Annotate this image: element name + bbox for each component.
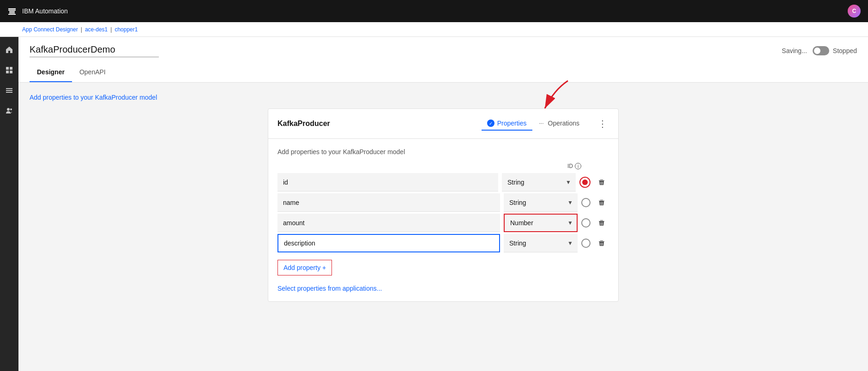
operations-tab-label: Operations bbox=[548, 120, 579, 127]
card-subtitle: Add properties to your KafkaProducer mod… bbox=[277, 148, 609, 156]
radio-description[interactable] bbox=[581, 239, 591, 248]
delete-icon-description[interactable] bbox=[594, 236, 609, 251]
brand-label: IBM Automation bbox=[22, 7, 68, 15]
property-name-input-name[interactable] bbox=[277, 193, 500, 212]
properties-tab-label: Properties bbox=[497, 120, 527, 127]
page-header-top: Saving... Stopped bbox=[30, 44, 857, 57]
breadcrumb-chopper[interactable]: chopper1 bbox=[115, 26, 138, 33]
tab-openapi[interactable]: OpenAPI bbox=[72, 63, 113, 82]
delete-icon-name[interactable] bbox=[594, 195, 609, 210]
sidebar-icon-people[interactable] bbox=[0, 102, 18, 120]
sidebar bbox=[0, 37, 18, 371]
svg-rect-5 bbox=[6, 67, 9, 70]
card-body: Add properties to your KafkaProducer mod… bbox=[268, 139, 618, 301]
properties-header: ID i bbox=[277, 163, 609, 169]
toggle-switch[interactable] bbox=[813, 46, 829, 55]
breadcrumb-sep2: | bbox=[110, 26, 112, 33]
property-row-description: String Number Boolean ▼ bbox=[277, 234, 609, 252]
property-type-select-name[interactable]: String Number Boolean bbox=[504, 193, 578, 212]
delete-icon-amount[interactable] bbox=[594, 215, 609, 230]
add-property-button[interactable]: Add property + bbox=[277, 260, 332, 275]
svg-rect-10 bbox=[6, 90, 12, 91]
card-title: KafkaProducer bbox=[277, 120, 330, 128]
svg-rect-7 bbox=[6, 71, 9, 73]
check-icon: ✓ bbox=[487, 120, 494, 127]
sidebar-icon-home[interactable] bbox=[0, 41, 18, 59]
property-name-input-id[interactable] bbox=[277, 173, 498, 191]
delete-icon-id[interactable] bbox=[594, 175, 609, 190]
property-type-select-amount[interactable]: String Number Boolean bbox=[504, 214, 578, 232]
avatar[interactable]: C bbox=[848, 5, 861, 18]
svg-rect-8 bbox=[10, 71, 12, 73]
card-header: KafkaProducer ✓ Properties ··· Operation… bbox=[268, 109, 618, 139]
model-card: KafkaProducer ✓ Properties ··· Operation… bbox=[268, 108, 619, 302]
breadcrumb-app-connect[interactable]: App Connect Designer bbox=[22, 26, 78, 33]
svg-point-13 bbox=[10, 108, 12, 110]
select-wrapper-id: String Number Boolean Date ▼ bbox=[502, 173, 576, 191]
tabs: Designer OpenAPI bbox=[30, 63, 857, 82]
more-menu-icon[interactable]: ⋮ bbox=[596, 116, 609, 131]
card-tab-properties[interactable]: ✓ Properties bbox=[482, 117, 532, 131]
property-row-amount: String Number Boolean ▼ bbox=[277, 214, 609, 232]
select-properties-link[interactable]: Select properties from applications... bbox=[277, 285, 609, 292]
content-area: Saving... Stopped Designer OpenAPI Add p… bbox=[18, 37, 868, 371]
model-area: Add properties to your KafkaProducer mod… bbox=[18, 83, 868, 313]
top-bar-left: IBM Automation bbox=[7, 6, 68, 16]
card-tab-operations[interactable]: ··· Operations bbox=[532, 117, 585, 131]
toggle-container: Stopped bbox=[813, 46, 857, 55]
select-wrapper-description: String Number Boolean ▼ bbox=[504, 234, 578, 252]
select-wrapper-amount: String Number Boolean ▼ bbox=[504, 214, 578, 232]
radio-name[interactable] bbox=[581, 198, 591, 207]
radio-amount[interactable] bbox=[581, 218, 591, 227]
svg-rect-9 bbox=[6, 88, 12, 89]
page-title-input[interactable] bbox=[30, 44, 159, 57]
svg-rect-6 bbox=[10, 67, 12, 70]
ellipsis-icon: ··· bbox=[538, 120, 545, 127]
svg-rect-2 bbox=[9, 11, 15, 12]
svg-rect-0 bbox=[8, 8, 16, 9]
property-type-select-id[interactable]: String Number Boolean Date bbox=[502, 173, 576, 191]
card-tabs: ✓ Properties ··· Operations bbox=[482, 117, 585, 131]
svg-rect-1 bbox=[8, 10, 16, 11]
page-header: Saving... Stopped Designer OpenAPI bbox=[18, 37, 868, 83]
stopped-label: Stopped bbox=[833, 47, 857, 54]
svg-rect-4 bbox=[8, 14, 16, 15]
top-bar: IBM Automation C bbox=[0, 0, 868, 22]
property-row-name: String Number Boolean ▼ bbox=[277, 193, 609, 212]
sidebar-icon-list[interactable] bbox=[0, 81, 18, 100]
svg-rect-11 bbox=[6, 92, 12, 93]
main-layout: Saving... Stopped Designer OpenAPI Add p… bbox=[0, 37, 868, 371]
property-name-input-amount[interactable] bbox=[277, 214, 500, 232]
property-name-input-description[interactable] bbox=[277, 234, 500, 252]
radio-id[interactable] bbox=[579, 177, 591, 188]
svg-rect-3 bbox=[9, 12, 15, 13]
breadcrumb-ace[interactable]: ace-des1 bbox=[85, 26, 108, 33]
tab-designer[interactable]: Designer bbox=[30, 63, 72, 82]
breadcrumb: App Connect Designer | ace-des1 | choppe… bbox=[0, 22, 868, 37]
sidebar-icon-grid[interactable] bbox=[0, 61, 18, 79]
id-info-icon[interactable]: i bbox=[575, 163, 581, 169]
ibm-logo-icon bbox=[7, 6, 17, 16]
create-model-link[interactable]: Add properties to your KafkaProducer mod… bbox=[30, 94, 857, 101]
id-column-label: ID i bbox=[567, 163, 581, 169]
saving-label: Saving... bbox=[782, 47, 807, 54]
svg-point-12 bbox=[7, 108, 10, 111]
header-right: Saving... Stopped bbox=[782, 46, 857, 55]
breadcrumb-sep1: | bbox=[81, 26, 82, 33]
property-row-id: String Number Boolean Date ▼ bbox=[277, 173, 609, 191]
select-wrapper-name: String Number Boolean ▼ bbox=[504, 193, 578, 212]
property-type-select-description[interactable]: String Number Boolean bbox=[504, 234, 578, 252]
